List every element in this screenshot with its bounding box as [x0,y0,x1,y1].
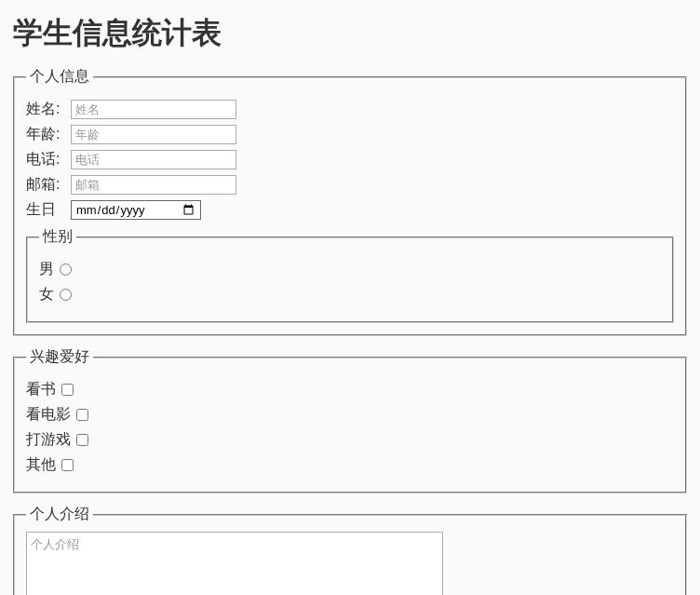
gender-female-label: 女 [39,285,54,304]
hobby-other-label: 其他 [26,455,56,475]
intro-legend: 个人介绍 [26,505,93,524]
phone-input[interactable] [71,150,236,169]
gender-legend: 性别 [39,227,76,247]
hobby-fieldset: 兴趣爱好 看书 看电影 打游戏 其他 [13,347,687,494]
gender-fieldset: 性别 男 女 [26,227,674,323]
hobby-other-checkbox[interactable] [61,459,74,471]
personal-fieldset: 个人信息 姓名: 年龄: 电话: 邮箱: 生日 性别 男 [13,67,687,336]
hobby-reading-label: 看书 [26,380,56,399]
student-form: 个人信息 姓名: 年龄: 电话: 邮箱: 生日 性别 男 [13,67,687,595]
email-input[interactable] [71,175,236,195]
personal-legend: 个人信息 [26,67,93,87]
hobby-gaming-checkbox[interactable] [76,434,88,446]
age-label: 年龄: [26,125,71,144]
age-input[interactable] [71,125,236,144]
gender-male-radio[interactable] [60,264,72,276]
hobby-movies-label: 看电影 [26,405,71,425]
hobby-gaming-label: 打游戏 [26,430,71,450]
gender-male-label: 男 [39,260,54,279]
gender-female-radio[interactable] [60,289,72,301]
hobby-reading-checkbox[interactable] [61,384,74,396]
intro-textarea[interactable] [26,532,443,595]
name-input[interactable] [71,100,236,119]
phone-label: 电话: [26,150,71,169]
birthday-input[interactable] [71,200,201,220]
intro-fieldset: 个人介绍 [13,505,687,595]
birthday-label: 生日 [26,200,71,220]
name-label: 姓名: [26,100,71,119]
hobby-legend: 兴趣爱好 [26,347,93,367]
hobby-movies-checkbox[interactable] [76,409,88,421]
page-title: 学生信息统计表 [13,13,687,54]
email-label: 邮箱: [26,175,71,195]
